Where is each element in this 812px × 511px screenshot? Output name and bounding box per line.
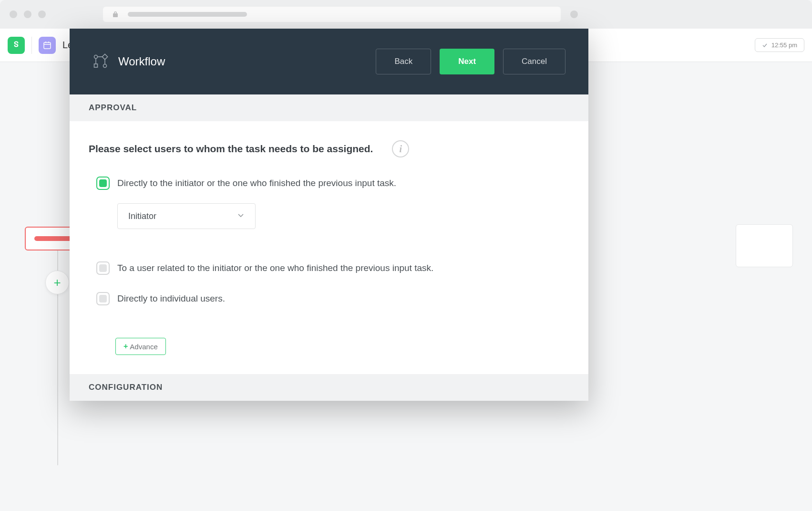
advance-label: Advance bbox=[130, 343, 157, 351]
browser-extra-dot bbox=[570, 10, 578, 18]
traffic-light-maximize[interactable] bbox=[38, 10, 46, 18]
checkbox-option-3[interactable] bbox=[96, 292, 110, 305]
time-indicator[interactable]: 12:55 pm bbox=[755, 38, 804, 52]
traffic-lights bbox=[10, 10, 46, 18]
traffic-light-minimize[interactable] bbox=[24, 10, 31, 18]
cancel-button[interactable]: Cancel bbox=[503, 49, 565, 74]
section-approval-header: APPROVAL bbox=[70, 94, 588, 121]
modal-header: Workflow Back Next Cancel bbox=[70, 29, 588, 94]
checkbox-option-1[interactable] bbox=[96, 177, 110, 190]
section-configuration-header: CONFIGURATION bbox=[70, 374, 588, 401]
prompt-text: Please select users to whom the task nee… bbox=[89, 143, 373, 155]
checkbox-option-2[interactable] bbox=[96, 261, 110, 275]
plus-icon: + bbox=[123, 342, 128, 351]
lock-icon bbox=[113, 11, 118, 18]
svg-rect-5 bbox=[94, 64, 98, 67]
browser-chrome bbox=[0, 0, 812, 29]
time-text: 12:55 pm bbox=[771, 42, 797, 49]
option-individual-users[interactable]: Directly to individual users. bbox=[89, 292, 569, 305]
node-bar bbox=[34, 236, 72, 241]
initiator-select[interactable]: Initiator bbox=[117, 203, 256, 229]
option-3-label: Directly to individual users. bbox=[117, 292, 569, 305]
advance-button[interactable]: + Advance bbox=[115, 338, 166, 355]
traffic-light-close[interactable] bbox=[10, 10, 17, 18]
app-logo[interactable] bbox=[8, 37, 25, 54]
svg-rect-6 bbox=[102, 54, 107, 59]
modal-body: Please select users to whom the task nee… bbox=[70, 121, 588, 384]
calendar-icon[interactable] bbox=[39, 37, 56, 54]
svg-point-4 bbox=[94, 55, 98, 59]
url-bar[interactable] bbox=[103, 7, 561, 22]
svg-point-7 bbox=[103, 64, 107, 68]
back-button[interactable]: Back bbox=[376, 49, 431, 74]
option-related-user[interactable]: To a user related to the initiator or th… bbox=[89, 261, 569, 275]
plus-icon: + bbox=[53, 275, 61, 290]
info-icon[interactable]: i bbox=[392, 140, 409, 157]
option-2-label: To a user related to the initiator or th… bbox=[117, 261, 569, 275]
select-value: Initiator bbox=[128, 211, 156, 221]
svg-rect-0 bbox=[44, 42, 51, 49]
prompt-row: Please select users to whom the task nee… bbox=[89, 140, 569, 157]
side-panel-card bbox=[736, 224, 793, 267]
modal-title: Workflow bbox=[118, 55, 366, 68]
next-button[interactable]: Next bbox=[440, 49, 494, 74]
add-node-button[interactable]: + bbox=[45, 271, 69, 294]
option-direct-initiator[interactable]: Directly to the initiator or the one who… bbox=[89, 177, 569, 242]
option-1-label: Directly to the initiator or the one who… bbox=[117, 177, 569, 190]
modal-header-buttons: Back Next Cancel bbox=[376, 49, 565, 74]
workflow-modal: Workflow Back Next Cancel APPROVAL Pleas… bbox=[70, 29, 588, 401]
chevron-down-icon bbox=[237, 211, 245, 221]
workflow-icon bbox=[93, 53, 109, 70]
url-skeleton bbox=[128, 12, 247, 17]
